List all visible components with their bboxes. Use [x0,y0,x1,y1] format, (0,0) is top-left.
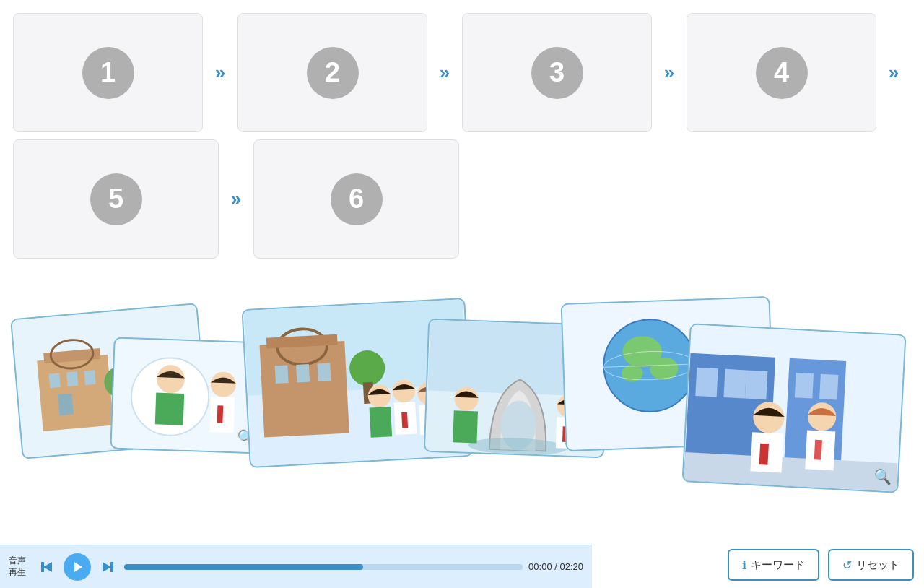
audio-bar: 音声 再生 00:00 / 02:20 [0,545,592,588]
keyword-label: キーワード [751,558,805,572]
svg-rect-4 [49,373,61,388]
keyword-icon: ℹ [742,558,746,572]
keyword-button[interactable]: ℹ キーワード [728,549,819,581]
svg-rect-37 [401,412,408,428]
reset-button[interactable]: ↺ リセット [828,549,914,581]
step-card-5[interactable]: 5 [13,139,219,259]
svg-rect-30 [318,363,331,381]
svg-rect-71 [819,374,838,400]
svg-rect-1 [37,355,113,431]
svg-rect-68 [723,369,746,399]
scene-cards-area: 🔍 [0,300,924,524]
reset-label: リセット [856,558,899,572]
step-number-6: 6 [331,173,383,225]
next-button[interactable] [98,558,117,576]
svg-rect-78 [814,440,822,460]
step-number-2: 2 [307,47,359,99]
step-arrow-5: » [219,189,253,210]
svg-rect-75 [759,444,769,465]
step-number-5: 5 [90,173,142,225]
svg-marker-81 [74,562,82,572]
progress-container[interactable]: 00:00 / 02:20 [124,561,583,572]
step-number-1: 1 [82,47,134,99]
scene-card-2[interactable]: 🔍 [110,337,265,454]
scene-card-6[interactable]: 🔍 [681,323,906,493]
svg-marker-82 [103,562,111,572]
right-buttons: ℹ キーワード ↺ リセット [728,549,914,581]
svg-rect-69 [745,370,767,399]
step-card-3[interactable]: 3 [462,13,652,132]
time-display: 00:00 / 02:20 [528,561,583,572]
svg-rect-28 [275,366,289,384]
svg-rect-48 [453,410,478,443]
svg-rect-22 [217,405,224,423]
magnify-icon-6[interactable]: 🔍 [873,467,892,485]
prev-button[interactable] [38,558,56,576]
svg-rect-7 [58,393,74,415]
progress-bar-background[interactable] [124,564,523,570]
svg-rect-19 [155,393,184,425]
svg-rect-34 [370,407,393,438]
step-arrow-3: » [652,62,687,84]
svg-rect-67 [695,368,718,397]
step-card-4[interactable]: 4 [687,13,876,132]
svg-rect-6 [84,370,95,385]
svg-rect-83 [110,562,113,572]
step-arrow-2: » [427,62,462,84]
step-card-1[interactable]: 1 [13,13,203,132]
step-card-6[interactable]: 6 [253,139,459,259]
steps-row-2: 5 » 6 [13,139,911,259]
play-button[interactable] [64,553,91,581]
step-number-4: 4 [756,47,808,99]
steps-row-1: 1 » 2 » 3 » 4 » [13,13,911,132]
audio-label: 音声 再生 [9,555,30,578]
step-card-2[interactable]: 2 [237,13,427,132]
step-number-3: 3 [531,47,583,99]
steps-grid: 1 » 2 » 3 » 4 » 5 » 6 [0,0,924,259]
svg-rect-29 [296,364,310,382]
svg-marker-79 [43,562,52,572]
svg-rect-25 [260,341,349,438]
reset-icon: ↺ [842,558,852,572]
svg-rect-5 [66,371,78,386]
step-arrow-1: » [203,62,237,84]
progress-bar-fill [124,564,363,570]
step-arrow-4: » [876,62,911,84]
svg-rect-80 [41,562,44,572]
svg-rect-70 [795,373,814,399]
